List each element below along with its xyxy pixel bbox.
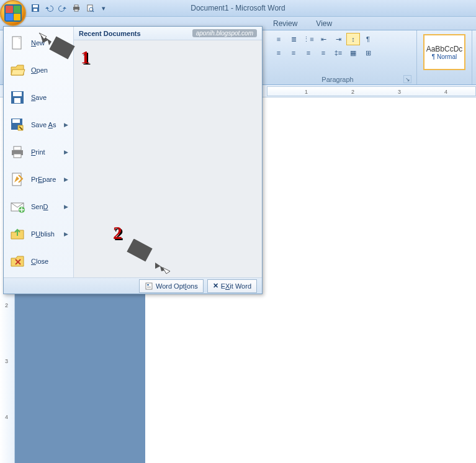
menu-item-save-as[interactable]: Save As ▶ — [4, 111, 73, 138]
svg-rect-25 — [49, 36, 74, 59]
align-right-icon[interactable]: ≡ — [302, 47, 315, 59]
ruler-num: 3 — [398, 89, 401, 95]
ruler-num: 4 — [5, 414, 8, 420]
quick-access-toolbar: ▾ — [30, 2, 109, 14]
justify-icon[interactable]: ≡ — [317, 47, 330, 59]
print-preview-icon[interactable] — [84, 2, 96, 14]
ruler-num: 4 — [444, 89, 447, 95]
redo-icon[interactable] — [57, 2, 68, 14]
svg-rect-15 — [12, 119, 20, 123]
align-center-icon[interactable]: ≡ — [287, 47, 300, 59]
tab-view[interactable]: View — [310, 17, 338, 30]
menu-item-label: Close — [31, 258, 48, 265]
svg-rect-1 — [33, 5, 38, 7]
watermark: aponih.blogspot.com — [192, 29, 257, 37]
save-icon[interactable] — [30, 2, 41, 14]
menu-item-label: PUblish — [31, 230, 55, 238]
show-marks-icon[interactable]: ¶ — [361, 33, 375, 45]
save-as-icon — [9, 116, 26, 133]
menu-item-prepare[interactable]: PrEpare ▶ — [4, 166, 73, 193]
ruler-num: 1 — [305, 89, 308, 95]
svg-rect-18 — [14, 154, 21, 158]
prepare-icon — [9, 171, 26, 188]
tab-review[interactable]: Review — [267, 17, 303, 30]
style-sample: AaBbCcDc — [426, 45, 463, 53]
submenu-arrow-icon: ▶ — [64, 149, 68, 155]
styles-group: AaBbCcDc ¶ Normal — [417, 30, 472, 84]
submenu-arrow-icon: ▶ — [64, 176, 68, 182]
menu-item-label: Print — [31, 148, 45, 156]
paragraph-group-label: Paragraph — [272, 75, 403, 83]
decrease-indent-icon[interactable]: ⇤ — [317, 33, 330, 45]
submenu-arrow-icon: ▶ — [64, 204, 68, 210]
shading-icon[interactable]: ▦ — [346, 47, 360, 59]
pointer-hand-2 — [124, 239, 174, 276]
menu-item-close[interactable]: Close — [4, 248, 73, 275]
line-spacing-icon[interactable]: ‡≡ — [331, 47, 345, 59]
borders-icon[interactable]: ⊞ — [361, 47, 375, 59]
menu-item-publish[interactable]: PUblish ▶ — [4, 220, 73, 248]
exit-word-button[interactable]: ✕ EXit Word — [207, 279, 257, 293]
menu-item-label: Save — [31, 94, 47, 101]
paragraph-group: ≡ ≣ ⋮≡ ⇤ ⇥ ↕ ¶ ≡ ≡ ≡ ≡ ‡≡ ▦ ⊞ Paragraph … — [267, 30, 417, 84]
menu-item-print[interactable]: Print ▶ — [4, 138, 73, 166]
send-mail-icon — [9, 198, 26, 215]
menu-item-label: Open — [31, 66, 48, 74]
menu-item-save[interactable]: Save — [4, 84, 73, 111]
svg-rect-4 — [74, 5, 78, 7]
open-folder-icon — [9, 61, 26, 79]
svg-rect-22 — [146, 283, 152, 289]
sort-icon[interactable]: ↕ — [346, 33, 360, 45]
svg-rect-17 — [14, 146, 21, 150]
undo-icon[interactable] — [43, 2, 55, 14]
increase-indent-icon[interactable]: ⇥ — [331, 33, 345, 45]
quick-print-icon[interactable] — [71, 2, 82, 14]
annotation-number-2: 2 — [113, 222, 122, 243]
svg-rect-23 — [147, 284, 149, 285]
align-left-icon[interactable]: ≡ — [272, 47, 285, 59]
menu-item-label: PrEpare — [31, 176, 56, 183]
ruler-num: 2 — [351, 89, 354, 95]
pointer-hand-1 — [34, 28, 78, 62]
menu-item-label: SenD — [31, 203, 48, 210]
exit-icon: ✕ — [213, 282, 218, 290]
submenu-arrow-icon: ▶ — [64, 231, 68, 237]
svg-rect-2 — [34, 9, 37, 11]
print-icon — [9, 143, 26, 161]
recent-documents-header: Recent Documents — [79, 30, 141, 37]
submenu-arrow-icon: ▶ — [64, 122, 68, 128]
exit-word-label: EXit Word — [221, 282, 251, 290]
paragraph-launcher-icon[interactable]: ↘ — [403, 75, 411, 83]
title-bar: ▾ Document1 - Microsoft Word — [0, 0, 476, 17]
office-menu-footer: Word OptIons ✕ EXit Word — [4, 277, 262, 294]
svg-rect-12 — [13, 92, 22, 96]
ruler-num: 2 — [5, 302, 8, 308]
close-doc-icon — [9, 253, 26, 270]
bullets-icon[interactable]: ≡ — [272, 33, 285, 45]
office-menu-commands: New Open Save Save As ▶ Print ▶ — [4, 27, 74, 277]
office-button[interactable] — [0, 0, 26, 26]
word-options-button[interactable]: Word OptIons — [139, 279, 204, 293]
save-disk-icon — [9, 89, 26, 106]
numbering-icon[interactable]: ≣ — [287, 33, 300, 45]
svg-rect-5 — [74, 9, 78, 11]
options-icon — [145, 282, 153, 290]
publish-icon — [9, 225, 26, 243]
office-logo-icon — [4, 4, 22, 22]
new-doc-icon — [9, 34, 26, 52]
svg-rect-13 — [14, 98, 20, 103]
svg-rect-24 — [147, 287, 151, 287]
svg-rect-26 — [127, 239, 152, 262]
customize-qat-icon[interactable]: ▾ — [98, 2, 109, 14]
style-name: ¶ Normal — [432, 53, 457, 60]
style-normal[interactable]: AaBbCcDc ¶ Normal — [423, 34, 465, 70]
word-options-label: Word OptIons — [156, 282, 198, 290]
menu-item-send[interactable]: SenD ▶ — [4, 193, 73, 220]
annotation-number-1: 1 — [81, 47, 90, 68]
svg-line-8 — [92, 11, 94, 12]
menu-item-label: Save As — [31, 121, 56, 128]
multilevel-list-icon[interactable]: ⋮≡ — [302, 33, 315, 45]
ruler-num: 3 — [5, 358, 8, 364]
